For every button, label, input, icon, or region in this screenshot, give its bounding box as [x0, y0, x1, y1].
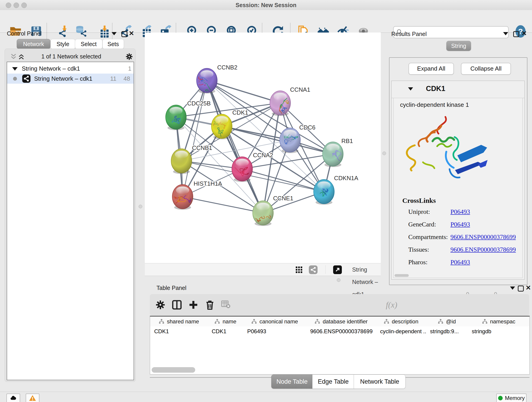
network-node-ccna2[interactable] [232, 157, 253, 182]
delete-icon[interactable] [204, 299, 215, 310]
crosslink-label: Tissues: [408, 246, 429, 253]
tree-network-label: String Network – cdk1 [34, 74, 92, 84]
import-network-database-icon[interactable] [75, 25, 88, 38]
expand-all-button[interactable]: Expand All [409, 63, 454, 75]
memory-label: Memory [505, 395, 525, 401]
column-header-description[interactable]: description [376, 317, 426, 326]
table-cell[interactable]: stringdb [468, 326, 530, 337]
tree-row-network[interactable]: String Network – cdk1 11 48 [7, 74, 133, 84]
crosslink-row: Pharos: P06493 [394, 259, 522, 271]
network-node-ccnb1[interactable] [171, 149, 192, 174]
table-delete-icon [221, 299, 230, 309]
network-node-cdc25b[interactable] [166, 105, 186, 130]
collapse-all-button[interactable]: Collapse All [461, 63, 511, 75]
results-panel-menu-icon[interactable] [503, 32, 508, 35]
results-panel-close-icon[interactable]: ✕ [521, 31, 527, 36]
crosslink-link[interactable]: P06493 [450, 221, 470, 228]
right-splitter-handle[interactable] [382, 152, 386, 155]
table-cell[interactable]: CDK1 [208, 326, 243, 337]
cloud-button[interactable] [6, 394, 20, 402]
gene-collapse-icon[interactable] [408, 87, 413, 90]
memory-button[interactable]: Memory [496, 394, 526, 402]
tab-select[interactable]: Select [75, 39, 102, 49]
control-panel-menu-icon[interactable] [112, 32, 117, 35]
crosslink-link[interactable]: 9606.ENSP00000378699 [450, 246, 516, 253]
control-panel-close-icon[interactable]: ✕ [129, 31, 134, 36]
tab-edge-table[interactable]: Edge Table [312, 375, 354, 389]
node-label-ccne1: CCNE1 [273, 195, 293, 202]
node-label-ccnb1: CCNB1 [192, 144, 212, 151]
crosslink-label: Uniprot: [408, 208, 430, 216]
network-node-ccne1[interactable] [253, 201, 281, 226]
node-label-cdc25b: CDC25B [187, 100, 211, 107]
control-panel-float-icon[interactable] [121, 31, 127, 37]
tab-style[interactable]: Style [51, 39, 75, 49]
table-toolbar: f(x) [150, 294, 529, 316]
columns-icon[interactable] [171, 299, 182, 310]
string-results-box: Expand All Collapse All CDK1 cyclin-depe… [389, 57, 527, 285]
protein-structure-image [400, 111, 497, 189]
collapse-all-icon[interactable] [10, 53, 17, 60]
tab-node-table[interactable]: Node Table [271, 375, 313, 389]
share-icon[interactable] [309, 265, 317, 274]
network-view-toolbar: String Network – cdk1 1 - 0 0 - 0 [145, 263, 381, 276]
column-header-database-identifier[interactable]: database identifier [306, 317, 376, 326]
warning-button[interactable] [26, 394, 39, 402]
network-node-cdc6[interactable] [280, 128, 300, 153]
open-in-new-icon[interactable] [333, 265, 342, 274]
column-header-shared-name[interactable]: shared name [150, 317, 208, 326]
gene-name: CDK1 [426, 85, 445, 93]
tree-row-collection[interactable]: String Network – cdk1 1 [7, 64, 133, 74]
table-cell[interactable]: P06493 [243, 326, 306, 337]
network-node-rb1[interactable] [323, 142, 343, 167]
table-panel-close-icon[interactable]: ✕ [526, 286, 531, 290]
network-node-hist1h1a[interactable] [172, 185, 193, 210]
add-icon[interactable] [188, 299, 199, 310]
left-splitter-handle[interactable] [139, 205, 142, 208]
gear-icon[interactable] [155, 299, 166, 310]
column-header-canonical-name[interactable]: canonical name [243, 317, 306, 326]
node-label-ccnb2: CCNB2 [217, 64, 237, 71]
column-header--id[interactable]: @id [426, 317, 468, 326]
title-bar: Session: New Session [0, 0, 532, 10]
status-bar: Memory [0, 392, 532, 402]
tree-collection-label: String Network – cdk1 [22, 64, 80, 74]
table-cell[interactable]: CDK1 [150, 326, 208, 337]
network-canvas[interactable]: CCNB2CCNA1CDC25BCDK1CDC6RB1CCNB1CCNA2CDK… [145, 32, 381, 263]
network-edge[interactable] [207, 80, 280, 103]
grid-icon[interactable] [295, 266, 303, 274]
table-hscrollbar-thumb[interactable] [152, 367, 195, 373]
bottom-splitter-handle[interactable] [337, 278, 341, 282]
gene-section-header[interactable]: CDK1 [392, 81, 525, 98]
tab-sets[interactable]: Sets [102, 39, 124, 49]
crosslink-label: Pharos: [408, 259, 428, 266]
import-network-file-icon[interactable] [56, 25, 69, 38]
tree-expander-icon[interactable] [12, 67, 18, 70]
tree-network-edge-count: 48 [123, 74, 130, 84]
results-panel-float-icon[interactable] [513, 31, 519, 37]
crosslink-link[interactable]: P06493 [450, 208, 470, 216]
import-table-icon[interactable] [96, 25, 109, 38]
tab-string[interactable]: String [446, 41, 471, 51]
gene-details-hscrollbar[interactable] [394, 274, 409, 277]
table-panel-menu-icon[interactable] [510, 287, 515, 290]
column-header-name[interactable]: name [208, 317, 243, 326]
network-node-ccnb2[interactable] [196, 68, 217, 95]
table-panel-float-icon[interactable] [518, 286, 524, 292]
tab-network-table[interactable]: Network Table [354, 375, 405, 389]
network-node-cdkn1a[interactable] [314, 179, 334, 205]
column-header-namespac[interactable]: namespac [468, 317, 530, 326]
table-cell[interactable]: cyclin-dependent ... [376, 326, 426, 337]
crosslink-link[interactable]: 9606.ENSP00000378699 [450, 233, 516, 241]
memory-status-icon [498, 396, 503, 400]
crosslink-link[interactable]: P06493 [450, 259, 470, 266]
tab-network[interactable]: Network [17, 39, 51, 49]
expand-all-icon[interactable] [18, 53, 25, 60]
table-cell[interactable]: stringdb:9... [426, 326, 468, 337]
network-node-ccna1[interactable] [270, 91, 294, 121]
network-options-gear-icon[interactable] [125, 52, 133, 61]
control-panel-network-box: 1 of 1 Network selected String Network –… [5, 49, 136, 382]
network-list-header: 1 of 1 Network selected [5, 51, 135, 62]
string-network-badge-icon [22, 75, 31, 83]
table-cell[interactable]: 9606.ENSP00000378699 [306, 326, 376, 337]
